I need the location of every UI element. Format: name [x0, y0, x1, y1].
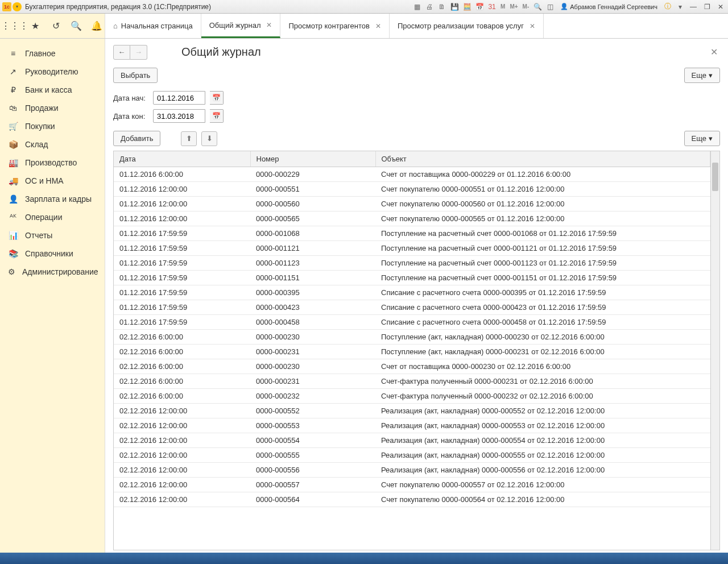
sidebar-label: Отчеты [25, 231, 52, 240]
table-row[interactable]: 01.12.2016 17:59:590000-000395Списание с… [114, 285, 710, 300]
cell-obj: Счет-фактура полученный 0000-000232 от 0… [375, 389, 710, 404]
date-from-picker-button[interactable]: 📅 [210, 91, 224, 105]
move-up-button[interactable]: ⬆ [181, 131, 197, 146]
print-icon[interactable]: 🖨 [425, 2, 434, 11]
more-button-1[interactable]: Еще▾ [684, 68, 720, 83]
sidebar-item-5[interactable]: 📦Склад [0, 135, 105, 154]
vertical-scrollbar[interactable] [710, 151, 719, 550]
calc-icon[interactable]: 🧮 [462, 2, 471, 11]
table-row[interactable]: 02.12.2016 12:00:000000-000555Реализация… [114, 448, 710, 463]
close-page-button[interactable]: ✕ [708, 44, 720, 60]
sidebar-item-10[interactable]: 📊Отчеты [0, 226, 105, 244]
table-row[interactable]: 02.12.2016 6:00:000000-000230Поступление… [114, 330, 710, 345]
col-number-header[interactable]: Номер [250, 151, 375, 167]
star-icon[interactable]: ★ [28, 19, 42, 33]
tab-2[interactable]: Просмотр контрагентов✕ [280, 14, 389, 38]
table-row[interactable]: 01.12.2016 17:59:590000-001123Поступлени… [114, 256, 710, 271]
tab-close-icon[interactable]: ✕ [266, 21, 272, 29]
cell-num: 0000-000551 [250, 182, 375, 197]
info-drop-icon[interactable]: ▾ [676, 2, 685, 11]
table-row[interactable]: 01.12.2016 6:00:000000-000229Счет от пос… [114, 167, 710, 182]
table-row[interactable]: 02.12.2016 12:00:000000-000552Реализация… [114, 404, 710, 418]
calendar-icon[interactable]: 📅 [475, 2, 484, 11]
date-from-label: Дата нач: [113, 94, 148, 102]
date-to-input[interactable] [153, 109, 205, 123]
m-btn[interactable]: M [500, 3, 506, 10]
cell-obj: Поступление на расчетный счет 0000-00115… [375, 271, 710, 285]
sidebar-icon: 🛍 [8, 103, 18, 113]
select-button[interactable]: Выбрать [113, 68, 158, 83]
cell-num: 0000-000395 [250, 285, 375, 300]
table-row[interactable]: 01.12.2016 12:00:000000-000560Счет покуп… [114, 197, 710, 212]
apps-icon[interactable]: ⋮⋮⋮ [8, 19, 22, 33]
sidebar-item-12[interactable]: ⚙Администрирование [0, 263, 105, 281]
app-menu-dropdown-icon[interactable]: ▾ [13, 2, 22, 11]
table-row[interactable]: 02.12.2016 12:00:000000-000554Реализация… [114, 433, 710, 448]
table-row[interactable]: 02.12.2016 6:00:000000-000231Счет-фактур… [114, 374, 710, 389]
date-to-picker-button[interactable]: 📅 [210, 109, 224, 123]
zoom-icon[interactable]: 🔍 [533, 2, 542, 11]
sidebar-item-1[interactable]: ↗Руководителю [0, 63, 105, 81]
tab-close-icon[interactable]: ✕ [375, 22, 381, 30]
sidebar-item-6[interactable]: 🏭Производство [0, 154, 105, 172]
table-row[interactable]: 02.12.2016 12:00:000000-000553Реализация… [114, 418, 710, 433]
sidebar-item-4[interactable]: 🛒Покупки [0, 117, 105, 135]
sidebar-label: Банк и касса [25, 85, 72, 94]
table-row[interactable]: 01.12.2016 17:59:590000-001151Поступлени… [114, 271, 710, 285]
tab-3[interactable]: Просмотр реализации товаров услуг✕ [390, 14, 544, 38]
table-row[interactable]: 01.12.2016 17:59:590000-001121Поступлени… [114, 241, 710, 256]
toolbar-icon-1[interactable]: ▦ [412, 2, 421, 11]
tab-1[interactable]: Общий журнал✕ [201, 14, 281, 38]
table-row[interactable]: 02.12.2016 6:00:000000-000231Поступление… [114, 345, 710, 359]
save-icon[interactable]: 💾 [450, 2, 459, 11]
m-plus-btn[interactable]: M+ [509, 3, 518, 10]
sidebar-item-9[interactable]: ᴬᴷОперации [0, 208, 105, 226]
sidebar-item-3[interactable]: 🛍Продажи [0, 99, 105, 117]
col-date-header[interactable]: Дата [114, 151, 250, 167]
scroll-thumb[interactable] [712, 163, 718, 191]
info-icon[interactable]: ⓘ [663, 2, 672, 11]
windows-icon[interactable]: ◫ [545, 2, 555, 11]
table-row[interactable]: 02.12.2016 12:00:000000-000557Счет покуп… [114, 478, 710, 492]
m-minus-btn[interactable]: M- [522, 3, 530, 10]
cell-obj: Реализация (акт, накладная) 0000-000555 … [375, 448, 710, 463]
cell-obj: Поступление на расчетный счет 0000-00106… [375, 226, 710, 241]
table-row[interactable]: 02.12.2016 12:00:000000-000564Счет покуп… [114, 492, 710, 507]
table-row[interactable]: 01.12.2016 17:59:590000-000423Списание с… [114, 300, 710, 315]
maximize-button[interactable]: ❐ [702, 2, 712, 11]
table-row[interactable]: 01.12.2016 17:59:590000-000458Списание с… [114, 315, 710, 330]
app-logo-icon: 1c [2, 2, 11, 11]
cell-num: 0000-000565 [250, 212, 375, 226]
doc-icon[interactable]: 🗎 [437, 2, 446, 11]
sidebar-item-0[interactable]: ≡Главное [0, 44, 105, 63]
cell-date: 01.12.2016 17:59:59 [114, 241, 250, 256]
table-row[interactable]: 01.12.2016 12:00:000000-000551Счет покуп… [114, 182, 710, 197]
table-row[interactable]: 02.12.2016 6:00:000000-000232Счет-фактур… [114, 389, 710, 404]
back-button[interactable]: ← [113, 45, 130, 60]
current-user[interactable]: 👤Абрамов Геннадий Сергеевич [558, 3, 660, 10]
tab-close-icon[interactable]: ✕ [530, 22, 535, 30]
table-row[interactable]: 01.12.2016 17:59:590000-001068Поступлени… [114, 226, 710, 241]
sidebar-item-8[interactable]: 👤Зарплата и кадры [0, 190, 105, 208]
cell-date: 01.12.2016 17:59:59 [114, 315, 250, 330]
sidebar-item-7[interactable]: 🚚ОС и НМА [0, 172, 105, 190]
col-object-header[interactable]: Объект [375, 151, 710, 167]
add-button[interactable]: Добавить [113, 131, 160, 146]
more-button-2[interactable]: Еще▾ [684, 131, 720, 146]
table-row[interactable]: 02.12.2016 12:00:000000-000556Реализация… [114, 463, 710, 478]
table-row[interactable]: 01.12.2016 12:00:000000-000565Счет покуп… [114, 212, 710, 226]
date-icon[interactable]: 31 [487, 2, 497, 11]
history-icon[interactable]: ↺ [49, 19, 63, 33]
bell-icon[interactable]: 🔔 [90, 19, 104, 33]
minimize-button[interactable]: — [688, 2, 698, 11]
close-window-button[interactable]: ✕ [715, 2, 726, 11]
tab-label: Просмотр реализации товаров услуг [398, 22, 524, 30]
tab-0[interactable]: ⌂Начальная страница [105, 14, 201, 38]
move-down-button[interactable]: ⬇ [201, 131, 217, 146]
forward-button[interactable]: → [130, 45, 147, 60]
table-row[interactable]: 02.12.2016 6:00:000000-000230Счет от пос… [114, 359, 710, 374]
date-from-input[interactable] [153, 91, 205, 105]
search-icon[interactable]: 🔍 [69, 19, 83, 33]
sidebar-item-2[interactable]: ₽Банк и касса [0, 81, 105, 99]
sidebar-item-11[interactable]: 📚Справочники [0, 244, 105, 263]
